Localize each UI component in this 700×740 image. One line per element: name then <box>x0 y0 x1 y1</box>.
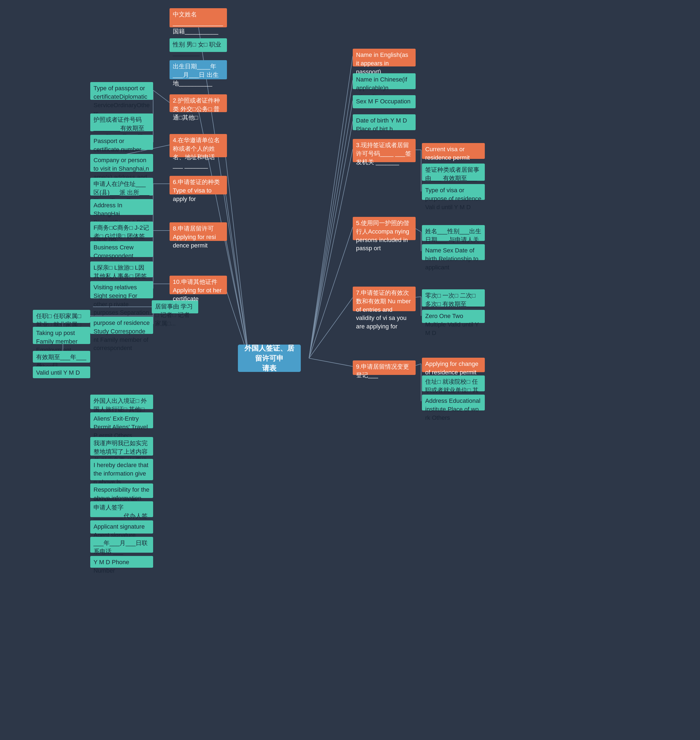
node-declaration-cn: 我谨声明我已如实完整地填写了上述内容并 对此负责 (如需代办/办人签字) <box>90 437 153 456</box>
svg-line-12 <box>224 184 249 358</box>
node-visa-type-validity-en: Type of visa or purpose of residence Val… <box>422 184 485 200</box>
svg-line-58 <box>309 358 353 366</box>
node-companion-en: Name Sex Date of birth Relationship to a… <box>422 244 485 260</box>
node-date-phone-cn: ___年___月___日联系电话 ___ <box>90 537 153 553</box>
node-permit-types-en: Aliens' Exit-Entry Permit Aliens' Travel… <box>90 412 153 428</box>
node-signature-en: Applicant signature Agent signature <box>90 521 153 534</box>
node-signature-cn: 申请人签字_________代办人签字 _____ <box>90 501 153 517</box>
node-valid-until-cn: 有效期至___年___月___日 <box>33 351 90 363</box>
svg-line-42 <box>309 56 353 358</box>
node-dob: 出生日期____年___月___日 出生地__________ <box>169 60 227 79</box>
node-date-phone-en: Y M D Phone Number <box>90 556 153 568</box>
node-valid-until-en: Valid until Y M D <box>33 366 90 378</box>
node-passport-type-en: Type of passport or certificateDiplomati… <box>90 82 153 100</box>
center-node: 外国人签证、居留许可申请表 <box>238 344 301 372</box>
node-change-details-en: Address Educational institute Place of w… <box>422 394 485 410</box>
svg-line-55 <box>309 297 353 358</box>
node-change-residence-permit: Applying for change of residence permit <box>422 358 485 372</box>
svg-line-52 <box>309 227 353 358</box>
node-passport-number-en: Passport or certificate number Valid unt… <box>90 135 153 150</box>
node-declaration-en: I hereby declare that the information gi… <box>90 459 153 480</box>
svg-line-43 <box>309 80 353 358</box>
node-post-family-cn: 任职□ 任职家属□ 就业□ 就业家属□ 其他□ <box>33 310 90 323</box>
svg-line-4 <box>153 90 169 103</box>
node-sex-occupation-en: Sex M F Occupation <box>353 95 416 108</box>
node-chinese-name: 中文姓名_______________ 国籍__________ <box>169 8 227 27</box>
node-inviting-unit: 4.在华邀请单位名称或者个人的姓 名、地址和电话___ _______ <box>169 134 227 157</box>
node-visit-purposes-cn: L探亲□ L旅游□ L因其他私人事务□ 团签分离 □ <box>90 262 153 277</box>
node-company-visit: Company or person to visit in Shanghai,n… <box>90 154 153 172</box>
node-visa-type-validity-cn: 签证种类或者居留事由___ 有效期至___年___月___日 <box>422 163 485 181</box>
node-accompanying-section: 5.使用同一护照的偕行人Accompa nying persons includ… <box>353 217 416 240</box>
node-entries-validity-cn: 零次□ 一次□ 二次□ 多次□ 有效期至____年、 月___日 <box>422 289 485 306</box>
node-visa-type-section: 6.申请签证的种类 Type of visa to apply for <box>169 176 227 194</box>
svg-line-45 <box>309 121 353 358</box>
node-study-correspondent: purpose of residence Study Corresponde n… <box>90 317 153 334</box>
node-residence-permit-section: 8.申请居留许可 Applying for resi dence permit <box>169 222 227 241</box>
node-entries-section: 7.申请签证的有效次数和有效期 Nu mber of entries and v… <box>353 287 416 311</box>
node-passport-number-cn: 护照或者证件号码________有效期至___ 年___月___日 <box>90 113 153 131</box>
node-visa-type-codes: F商务□C商务□ J-2记者□ G过境□ 团体签证 □ <box>90 222 153 237</box>
node-dob-place: Date of birth Y M D Place of birt h <box>353 114 416 130</box>
node-change-details-cn: 住址□ 就读院校□ 任职或者就业单位□ 其他 □ <box>422 375 485 391</box>
svg-line-44 <box>309 101 353 358</box>
node-responsibility: Responsibility for the above information <box>90 484 153 498</box>
node-current-permit-section: 3.现持签证或者居留许可号码____ ___签发机关 _______ <box>353 139 416 162</box>
node-entries-validity-en: Zero One Two Multiple Valid until Y M D <box>422 310 485 323</box>
node-post-family-en: Taking up post Family member Employm ent… <box>33 327 90 344</box>
svg-line-19 <box>224 231 249 358</box>
node-residence-change-section: 9.申请居留情况变更登记___ <box>353 360 416 375</box>
node-sex-occupation: 性别 男□ 女□ 职业________ <box>169 38 227 52</box>
svg-line-46 <box>309 149 353 358</box>
node-permit-types-cn: 外国人出入境证□ 外国人旅行证□ 其他□ <box>90 394 153 409</box>
node-passport-type-cn: 2.护照或者证件种类 外交□公务□ 普通□其他□ <box>169 94 227 112</box>
node-other-cert-section: 10.申请其他证件 Applying for ot her certificat… <box>169 276 227 294</box>
node-business-crew: Business Crew Correspondent Transit Gro … <box>90 241 153 257</box>
node-address-cn: 申请人在沪住址___区(县)___派 出所___路___弄___号 <box>90 178 153 196</box>
node-companion-cn: 姓名___性别___出生日期___ 与申请人关系___ <box>422 225 485 241</box>
node-visit-purposes-en: Visiting relatives Sight seeing For othe… <box>90 281 153 299</box>
svg-line-10 <box>224 145 249 358</box>
node-current-visa-number: Current visa or residence permit number … <box>422 143 485 159</box>
node-address-en: Address In ShangHai District(County) Pol… <box>90 199 153 215</box>
node-name-english: Name in English(as it appears in passpor… <box>353 49 416 66</box>
node-name-chinese-nationality: Name in Chinese(if applicable)n ationali… <box>353 73 416 89</box>
